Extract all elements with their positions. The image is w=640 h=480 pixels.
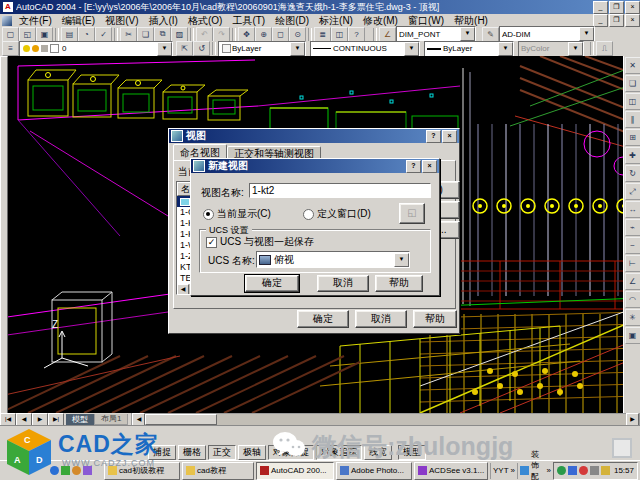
dialog-help-icon[interactable]: ? — [426, 130, 441, 143]
last-tab-icon[interactable]: ▶| — [48, 413, 64, 426]
dialog-help-icon[interactable]: ? — [406, 160, 421, 173]
matchprop-icon[interactable]: ▨ — [171, 27, 188, 42]
menu-insert[interactable]: 插入(I) — [143, 14, 182, 28]
paste-icon[interactable]: ⧉ — [154, 27, 171, 42]
plot-icon[interactable]: ⎍ — [596, 41, 613, 56]
open-icon[interactable]: ◱ — [19, 27, 36, 42]
mirror-icon[interactable]: ◫ — [625, 93, 640, 110]
chevron-down-icon[interactable]: ▼ — [157, 42, 172, 56]
help-icon[interactable]: ? — [348, 27, 365, 42]
grid-toggle[interactable]: 栅格 — [178, 445, 206, 460]
properties-icon[interactable]: ≣ — [314, 27, 331, 42]
dim-style-icon[interactable]: ∠ — [379, 27, 396, 42]
chevron-down-icon[interactable]: ▼ — [498, 42, 513, 56]
tab-layout1[interactable]: 布局1 — [94, 414, 128, 425]
tray-icon[interactable] — [601, 466, 610, 475]
save-ucs-checkbox[interactable]: ✓ UCS 与视图一起保存 — [206, 235, 314, 249]
taskbar-button[interactable]: ACDSee v3.1... — [414, 462, 488, 480]
prev-tab-icon[interactable]: ◀ — [16, 413, 32, 426]
fillet-icon[interactable]: ◠ — [625, 291, 640, 308]
layer-previous-icon[interactable]: ↺ — [193, 41, 210, 56]
chevron-down-icon[interactable]: ▼ — [579, 27, 594, 41]
designcenter-icon[interactable]: ◫ — [331, 27, 348, 42]
cut-icon[interactable]: ✂ — [120, 27, 137, 42]
save-icon[interactable]: ▣ — [36, 27, 53, 42]
chevron-icon[interactable]: » — [547, 466, 551, 475]
view-name-input[interactable] — [249, 183, 431, 198]
doc-close-button[interactable]: × — [625, 14, 640, 27]
break-icon[interactable]: ⊢ — [625, 255, 640, 272]
cancel-button[interactable]: 取消 — [317, 275, 369, 292]
taskbar-toolbar-yyt[interactable]: YYT » — [490, 463, 517, 479]
dialog-close-icon[interactable]: × — [442, 130, 457, 143]
ok-button[interactable]: 确定 — [245, 275, 299, 292]
chevron-down-icon[interactable]: ▼ — [290, 42, 305, 56]
redo-icon[interactable]: ↷ — [213, 27, 230, 42]
color-combo[interactable]: ByLayer ▼ — [218, 41, 306, 57]
tray-icon[interactable] — [579, 466, 588, 475]
chevron-icon[interactable]: » — [511, 466, 515, 475]
next-tab-icon[interactable]: ▶ — [32, 413, 48, 426]
menu-format[interactable]: 格式(O) — [183, 14, 227, 28]
close-button[interactable]: × — [625, 1, 640, 14]
menu-dimension[interactable]: 标注(N) — [314, 14, 358, 28]
menu-edit[interactable]: 编辑(E) — [57, 14, 100, 28]
layers-icon[interactable]: ≡ — [2, 41, 19, 56]
array-icon[interactable]: ⊞ — [625, 129, 640, 146]
ucs-name-combo[interactable]: 俯视 ▼ — [256, 251, 410, 268]
cancel-button[interactable]: 取消 — [355, 310, 407, 328]
extend-icon[interactable]: − — [625, 237, 640, 254]
spelling-icon[interactable]: ✓ — [95, 27, 112, 42]
menu-file[interactable]: 文件(F) — [14, 14, 57, 28]
pan-icon[interactable]: ✥ — [238, 27, 255, 42]
tab-model[interactable]: 模型 — [66, 414, 94, 425]
scroll-left-icon[interactable]: ◀ — [177, 284, 189, 295]
doc-minimize-button[interactable]: _ — [593, 14, 608, 27]
tray-icon[interactable] — [557, 466, 566, 475]
chevron-down-icon[interactable]: ▼ — [404, 42, 419, 56]
taskbar-toolbar-decor[interactable]: 装饰配件 » — [517, 463, 553, 479]
horizontal-scrollbar[interactable]: ◀ ▶ — [131, 413, 640, 426]
trim-icon[interactable]: ⌁ — [625, 219, 640, 236]
copy-icon[interactable]: ❏ — [137, 27, 154, 42]
menu-tools[interactable]: 工具(T) — [227, 14, 270, 28]
new-view-dialog-titlebar[interactable]: 新建视图 ? × — [191, 159, 439, 173]
tray-icon[interactable] — [568, 466, 577, 475]
current-display-radio[interactable]: 当前显示(C) — [203, 207, 271, 221]
move-icon[interactable]: ✚ — [625, 147, 640, 164]
region-icon[interactable]: ▣ — [625, 327, 640, 344]
scrollbar-thumb[interactable] — [145, 414, 217, 425]
help-button[interactable]: 帮助 — [413, 310, 457, 328]
preview-icon[interactable]: ◔ — [78, 27, 95, 42]
taskbar-button[interactable]: Adobe Photo... — [336, 462, 412, 480]
stretch-icon[interactable]: ↔ — [625, 201, 640, 218]
linetype-combo[interactable]: CONTINUOUS ▼ — [310, 41, 420, 57]
text-style-icon[interactable]: ✎ — [482, 27, 499, 42]
ok-button[interactable]: 确定 — [297, 310, 349, 328]
explode-icon[interactable]: ✳ — [625, 309, 640, 326]
zoom-previous-icon[interactable]: ⊙ — [289, 27, 306, 42]
layer-combo[interactable]: 0 ▼ — [19, 41, 173, 57]
chevron-down-icon[interactable]: ▼ — [460, 27, 475, 41]
dialog-close-icon[interactable]: × — [422, 160, 437, 173]
print-icon[interactable]: ▤ — [61, 27, 78, 42]
new-icon[interactable]: ▢ — [2, 27, 19, 42]
taskbar-button[interactable]: cad教程 — [182, 462, 254, 480]
scroll-right-icon[interactable]: ▶ — [626, 413, 639, 426]
make-layer-current-icon[interactable]: ⇱ — [176, 41, 193, 56]
menu-view[interactable]: 视图(V) — [100, 14, 143, 28]
help-button[interactable]: 帮助 — [375, 275, 423, 292]
rotate-icon[interactable]: ↻ — [625, 165, 640, 182]
lineweight-combo[interactable]: ByLayer ▼ — [424, 41, 514, 57]
define-window-radio[interactable]: 定义窗口(D) — [303, 207, 371, 221]
polar-toggle[interactable]: 极轴 — [238, 445, 266, 460]
doc-restore-button[interactable]: ❐ — [609, 14, 624, 27]
taskbar-button-active[interactable]: AutoCAD 200... — [256, 462, 334, 480]
first-tab-icon[interactable]: |◀ — [0, 413, 16, 426]
zoom-realtime-icon[interactable]: ⊕ — [255, 27, 272, 42]
restore-button[interactable]: ❐ — [609, 1, 624, 14]
scroll-left-icon[interactable]: ◀ — [132, 413, 145, 426]
ortho-toggle[interactable]: 正交 — [208, 445, 236, 460]
chamfer-icon[interactable]: ∠ — [625, 273, 640, 290]
undo-icon[interactable]: ↶ — [196, 27, 213, 42]
